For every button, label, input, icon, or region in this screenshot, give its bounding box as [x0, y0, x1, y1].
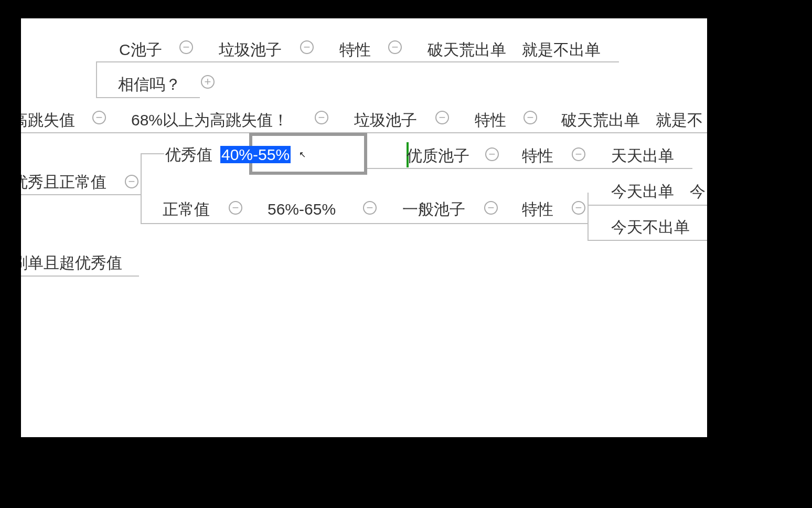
collapse-icon[interactable]: − [363, 201, 377, 215]
collapse-icon[interactable]: − [484, 201, 498, 215]
connector [587, 193, 589, 241]
node-normal[interactable]: 正常值 [163, 200, 210, 219]
node-rare-order-2[interactable]: 破天荒出单 [561, 111, 640, 130]
connector [141, 153, 164, 154]
node-excellent[interactable]: 优秀值 [165, 145, 212, 164]
connector [96, 61, 97, 98]
mindmap-canvas[interactable]: C池子 − 垃圾池子 − 特性 − 破天荒出单 就是不出单 相信吗？ + 高跳失… [21, 18, 707, 437]
node-rare-order[interactable]: 破天荒出单 [428, 40, 506, 59]
node-trash-pool-2[interactable]: 垃圾池子 [354, 111, 417, 130]
collapse-icon[interactable]: − [523, 111, 537, 124]
collapse-icon[interactable]: − [229, 201, 242, 215]
cursor-icon: ↖ [299, 150, 306, 160]
node-no-order-2-partial[interactable]: 就是不 [656, 111, 703, 130]
node-quality-pool[interactable]: 优质池子 [407, 146, 469, 165]
node-daily-order[interactable]: 天天出单 [611, 146, 674, 165]
collapse-icon[interactable]: − [92, 111, 106, 124]
node-high-bounce-partial[interactable]: 高跳失值 [21, 111, 75, 130]
connector [141, 223, 164, 224]
connector [117, 97, 200, 98]
node-today-partial[interactable]: 今 [690, 182, 706, 201]
connector [96, 61, 619, 62]
collapse-icon[interactable]: − [388, 40, 402, 54]
node-trait-3[interactable]: 特性 [522, 146, 553, 165]
connector [21, 276, 139, 277]
connector [587, 240, 608, 241]
connector [141, 153, 142, 223]
node-range-56-65[interactable]: 56%-65% [268, 200, 336, 219]
collapse-icon[interactable]: − [179, 40, 193, 54]
node-excellent-normal-partial[interactable]: 优秀且正常值 [21, 173, 106, 192]
node-today-no-order[interactable]: 今天不出单 [611, 218, 690, 237]
collapse-icon[interactable]: − [572, 201, 585, 215]
collapse-icon[interactable]: − [485, 147, 499, 161]
collapse-icon[interactable]: − [435, 111, 449, 124]
node-today-order[interactable]: 今天出单 [611, 182, 674, 201]
connector [608, 205, 707, 206]
node-high-bounce-68[interactable]: 68%以上为高跳失值！ [131, 111, 289, 130]
selected-text: 40%-55% [220, 146, 291, 163]
node-trait-4[interactable]: 特性 [522, 200, 553, 219]
collapse-icon[interactable]: − [315, 111, 328, 124]
node-trash-pool-1[interactable]: 垃圾池子 [219, 40, 282, 59]
collapse-icon[interactable]: − [572, 147, 585, 161]
connector [21, 194, 141, 195]
connector [367, 168, 692, 169]
connector [608, 240, 707, 241]
connector [587, 205, 608, 206]
node-trait-2[interactable]: 特性 [475, 111, 506, 130]
node-believe[interactable]: 相信吗？ [118, 75, 181, 94]
collapse-icon[interactable]: − [300, 40, 314, 54]
node-super-excellent-partial[interactable]: 刷单且超优秀值 [21, 253, 122, 272]
connector [163, 223, 587, 224]
node-c-pool[interactable]: C池子 [119, 40, 162, 59]
node-range-40-55[interactable]: 40%-55% [220, 145, 291, 164]
node-trait-1[interactable]: 特性 [339, 40, 371, 59]
collapse-icon[interactable]: − [125, 175, 138, 188]
expand-icon[interactable]: + [201, 75, 215, 89]
node-no-order[interactable]: 就是不出单 [522, 40, 601, 59]
node-normal-pool[interactable]: 一般池子 [402, 200, 465, 219]
connector [96, 97, 117, 98]
